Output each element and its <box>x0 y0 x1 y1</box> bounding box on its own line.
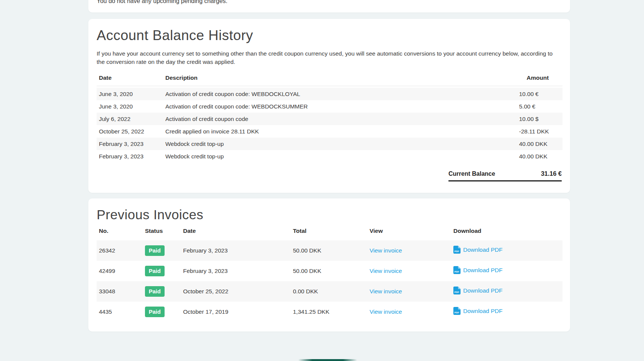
current-balance: Current Balance 31.16 € <box>448 170 562 181</box>
pdf-file-icon: PDF <box>453 266 461 274</box>
download-pdf-link[interactable]: PDF Download PDF <box>453 307 502 315</box>
balance-history-description: If you have your account currency set to… <box>97 50 562 66</box>
status-badge: Paid <box>145 266 165 276</box>
status-badge: Paid <box>145 245 165 256</box>
invoice-total: 50.00 DKK <box>293 261 370 281</box>
svg-text:PDF: PDF <box>454 311 459 314</box>
invoice-header-date: Date <box>183 228 293 240</box>
view-invoice-link[interactable]: View invoice <box>370 288 402 294</box>
invoice-header-view: View <box>370 228 453 240</box>
balance-row-description: Activation of credit coupon code: WEBDOC… <box>165 88 519 100</box>
balance-row-description: Webdock credit top-up <box>165 150 519 163</box>
balance-header-amount: Amount <box>519 74 562 86</box>
invoice-date: October 17, 2019 <box>183 302 293 322</box>
balance-header-date: Date <box>97 74 165 86</box>
invoice-header-status: Status <box>145 228 183 240</box>
status-badge: Paid <box>145 307 165 317</box>
table-row: 4435 Paid October 17, 2019 1,341.25 DKK … <box>97 302 562 322</box>
balance-row-date: February 3, 2023 <box>97 150 165 163</box>
balance-row-description: Credit applied on invoice 28.11 DKK <box>165 125 519 138</box>
invoice-date: February 3, 2023 <box>183 261 293 281</box>
table-row: October 25, 2022 Credit applied on invoi… <box>97 125 562 138</box>
table-row: 26342 Paid February 3, 2023 50.00 DKK Vi… <box>97 240 562 261</box>
download-pdf-link[interactable]: PDF Download PDF <box>453 266 502 274</box>
download-pdf-label: Download PDF <box>463 287 502 294</box>
download-pdf-link[interactable]: PDF Download PDF <box>453 287 502 294</box>
invoice-date: February 3, 2023 <box>183 240 293 261</box>
balance-row-amount: -28.11 DKK <box>519 125 562 138</box>
invoice-total: 0.00 DKK <box>293 281 370 302</box>
svg-text:PDF: PDF <box>454 250 459 253</box>
pending-charges-card: You do not have any upcoming pending cha… <box>88 0 570 12</box>
invoice-number: 33048 <box>97 281 145 302</box>
balance-row-date: June 3, 2020 <box>97 100 165 113</box>
svg-text:PDF: PDF <box>454 270 459 273</box>
balance-row-description: Webdock credit top-up <box>165 138 519 150</box>
current-balance-value: 31.16 € <box>541 170 562 177</box>
table-row: June 3, 2020 Activation of credit coupon… <box>97 100 562 113</box>
balance-row-amount: 40.00 DKK <box>519 150 562 163</box>
status-badge: Paid <box>145 286 165 297</box>
previous-invoices-table: No. Status Date Total View Download 2634… <box>97 228 562 322</box>
balance-row-description: Activation of credit coupon code: WEBDOC… <box>165 100 519 113</box>
table-row: July 6, 2022 Activation of credit coupon… <box>97 113 562 125</box>
invoice-number: 26342 <box>97 240 145 261</box>
previous-invoices-title: Previous Invoices <box>97 208 562 222</box>
balance-row-amount: 40.00 DKK <box>519 138 562 150</box>
view-invoice-link[interactable]: View invoice <box>370 247 402 254</box>
view-invoice-link[interactable]: View invoice <box>370 268 402 274</box>
invoice-total: 1,341.25 DKK <box>293 302 370 322</box>
table-row: June 3, 2020 Activation of credit coupon… <box>97 88 562 100</box>
bottom-widget-pill[interactable] <box>298 359 357 361</box>
current-balance-label: Current Balance <box>448 170 495 177</box>
balance-row-amount: 10.00 $ <box>519 113 562 125</box>
balance-row-date: June 3, 2020 <box>97 88 165 100</box>
download-pdf-link[interactable]: PDF Download PDF <box>453 246 502 254</box>
balance-row-date: July 6, 2022 <box>97 113 165 125</box>
invoice-date: October 25, 2022 <box>183 281 293 302</box>
balance-row-date: October 25, 2022 <box>97 125 165 138</box>
invoice-header-download: Download <box>453 228 562 240</box>
balance-history-table: Date Description Amount June 3, 2020 Act… <box>97 74 562 163</box>
balance-table-header-row: Date Description Amount <box>97 74 562 86</box>
pending-charges-text: You do not have any upcoming pending cha… <box>97 0 227 5</box>
download-pdf-label: Download PDF <box>463 308 502 315</box>
pdf-file-icon: PDF <box>453 287 461 294</box>
invoice-header-total: Total <box>293 228 370 240</box>
account-balance-history-title: Account Balance History <box>97 28 562 43</box>
invoice-header-no: No. <box>97 228 145 240</box>
balance-row-amount: 5.00 € <box>519 100 562 113</box>
balance-row-date: February 3, 2023 <box>97 138 165 150</box>
invoice-total: 50.00 DKK <box>293 240 370 261</box>
pdf-file-icon: PDF <box>453 246 461 254</box>
invoice-number: 4435 <box>97 302 145 322</box>
invoice-table-header-row: No. Status Date Total View Download <box>97 228 562 240</box>
table-row: 42499 Paid February 3, 2023 50.00 DKK Vi… <box>97 261 562 281</box>
invoice-number: 42499 <box>97 261 145 281</box>
table-row: February 3, 2023 Webdock credit top-up 4… <box>97 138 562 150</box>
download-pdf-label: Download PDF <box>463 267 502 274</box>
account-balance-history-card: Account Balance History If you have your… <box>88 19 570 193</box>
billing-page: You do not have any upcoming pending cha… <box>88 0 570 332</box>
balance-row-description: Activation of credit coupon code <box>165 113 519 125</box>
download-pdf-label: Download PDF <box>463 246 502 253</box>
balance-row-amount: 10.00 € <box>519 88 562 100</box>
view-invoice-link[interactable]: View invoice <box>370 308 402 315</box>
table-row: February 3, 2023 Webdock credit top-up 4… <box>97 150 562 163</box>
pdf-file-icon: PDF <box>453 307 461 315</box>
previous-invoices-card: Previous Invoices No. Status Date Total … <box>88 198 570 332</box>
table-row: 33048 Paid October 25, 2022 0.00 DKK Vie… <box>97 281 562 302</box>
balance-header-description: Description <box>165 74 519 86</box>
svg-text:PDF: PDF <box>454 291 459 293</box>
